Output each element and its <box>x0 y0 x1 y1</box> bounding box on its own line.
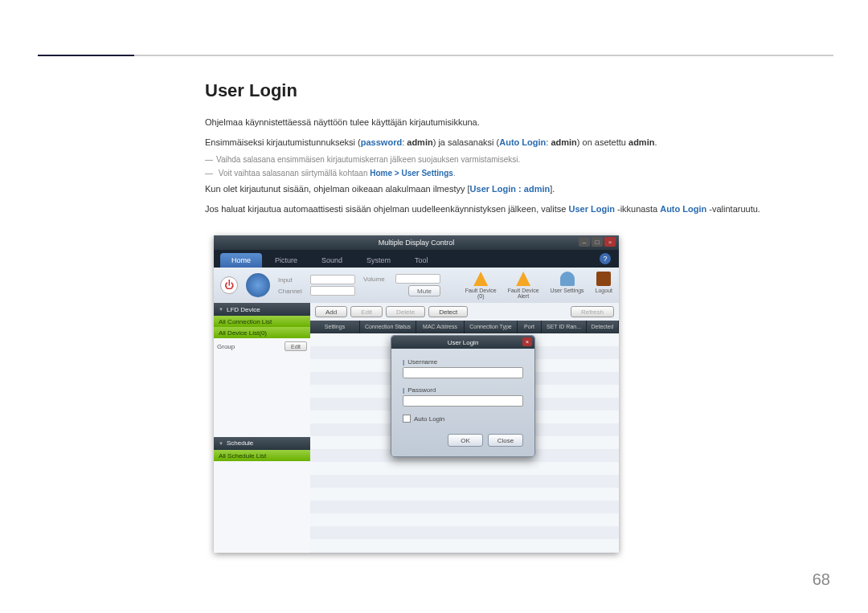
paragraph-3: Kun olet kirjautunut sisään, ohjelman oi… <box>205 182 830 196</box>
login-dialog: User Login × Username Password Auto Logi… <box>391 335 535 457</box>
door-icon <box>596 272 611 286</box>
close-window-button[interactable]: × <box>604 237 616 247</box>
delete-button[interactable]: Delete <box>386 306 425 317</box>
mute-button[interactable]: Mute <box>408 285 440 296</box>
fault-device-action[interactable]: Fault Device (0) <box>465 272 497 299</box>
app-window: Multiple Display Control – □ × Home Pict… <box>214 235 619 553</box>
tab-system[interactable]: System <box>355 253 402 268</box>
toolbar: ⏻ Input Channel Volume Mute Fault Device… <box>214 268 619 303</box>
sidebar-all-device[interactable]: All Device List(0) <box>214 327 310 338</box>
user-icon <box>560 272 575 286</box>
note-2: Voit vaihtaa salasanan siirtymällä kohta… <box>205 169 830 178</box>
page-number: 68 <box>813 570 830 589</box>
tab-home[interactable]: Home <box>220 253 262 268</box>
col-port[interactable]: Port <box>518 321 542 333</box>
col-setid[interactable]: SET ID Ran... <box>542 321 587 333</box>
main-area: Add Edit Delete Detect Refresh Settings … <box>310 303 619 553</box>
paragraph-1: Ohjelmaa käynnistettäessä näyttöön tulee… <box>205 116 830 129</box>
ok-button[interactable]: OK <box>448 434 483 447</box>
password-input[interactable] <box>403 395 523 407</box>
channel-select[interactable] <box>310 286 355 296</box>
volume-label: Volume <box>363 276 392 283</box>
sidebar-schedule-header[interactable]: Schedule <box>214 437 310 450</box>
username-label: Username <box>403 358 523 366</box>
tab-picture[interactable]: Picture <box>264 253 309 268</box>
close-button[interactable]: Close <box>488 434 523 447</box>
sidebar-all-schedule[interactable]: All Schedule List <box>214 450 310 461</box>
tab-bar: Home Picture Sound System Tool ? <box>214 250 619 268</box>
note-1: Vaihda salasana ensimmäisen kirjautumisk… <box>205 155 830 164</box>
warning-icon <box>516 272 530 286</box>
edit-button[interactable]: Edit <box>350 306 383 317</box>
sidebar: LFD Device All Connection List All Devic… <box>214 303 310 553</box>
col-settings[interactable]: Settings <box>310 321 360 333</box>
auto-login-label: Auto Login <box>414 415 444 423</box>
detect-button[interactable]: Detect <box>428 306 468 317</box>
username-input[interactable] <box>403 367 523 378</box>
input-label: Input <box>278 276 307 284</box>
input-select[interactable] <box>310 275 355 284</box>
user-settings-action[interactable]: User Settings <box>551 272 584 299</box>
paragraph-4: Jos haluat kirjautua automaattisesti sis… <box>205 202 830 216</box>
tab-tool[interactable]: Tool <box>403 253 440 268</box>
dialog-close-button[interactable]: × <box>522 337 532 346</box>
minimize-button[interactable]: – <box>579 237 590 247</box>
channel-label: Channel <box>278 288 307 295</box>
tab-sound[interactable]: Sound <box>310 253 354 268</box>
dialog-titlebar: User Login × <box>391 336 534 349</box>
page-heading: User Login <box>205 80 830 101</box>
window-title: Multiple Display Control <box>379 239 455 247</box>
sidebar-group-pane: Group Edit <box>214 338 310 437</box>
group-label: Group <box>217 343 235 350</box>
paragraph-2: Ensimmäiseksi kirjautumistunnukseksi (pa… <box>205 136 830 149</box>
schedule-pane <box>214 461 310 554</box>
help-button[interactable]: ? <box>600 253 611 264</box>
power-icon[interactable]: ⏻ <box>220 276 238 294</box>
titlebar: Multiple Display Control – □ × <box>214 235 619 250</box>
col-detected[interactable]: Detected <box>587 321 619 333</box>
col-mac[interactable]: MAC Address <box>416 321 465 333</box>
sidebar-all-connection[interactable]: All Connection List <box>214 316 310 327</box>
group-edit-button[interactable]: Edit <box>285 341 307 351</box>
status-orb <box>246 273 270 297</box>
fault-alert-action[interactable]: Fault Device Alert <box>508 272 539 299</box>
logout-action[interactable]: Logout <box>596 272 612 299</box>
col-connstatus[interactable]: Connection Status <box>360 321 416 333</box>
dialog-title: User Login <box>448 339 479 346</box>
refresh-button[interactable]: Refresh <box>571 306 614 317</box>
maximize-button[interactable]: □ <box>592 237 603 247</box>
sidebar-lfd-header[interactable]: LFD Device <box>214 303 310 316</box>
warning-icon <box>473 272 488 286</box>
add-button[interactable]: Add <box>315 306 347 317</box>
column-headers: Settings Connection Status MAC Address C… <box>310 321 619 333</box>
volume-select[interactable] <box>395 274 440 284</box>
auto-login-checkbox[interactable] <box>403 415 411 423</box>
password-label: Password <box>403 386 523 394</box>
col-conntype[interactable]: Connection Type <box>465 321 518 333</box>
